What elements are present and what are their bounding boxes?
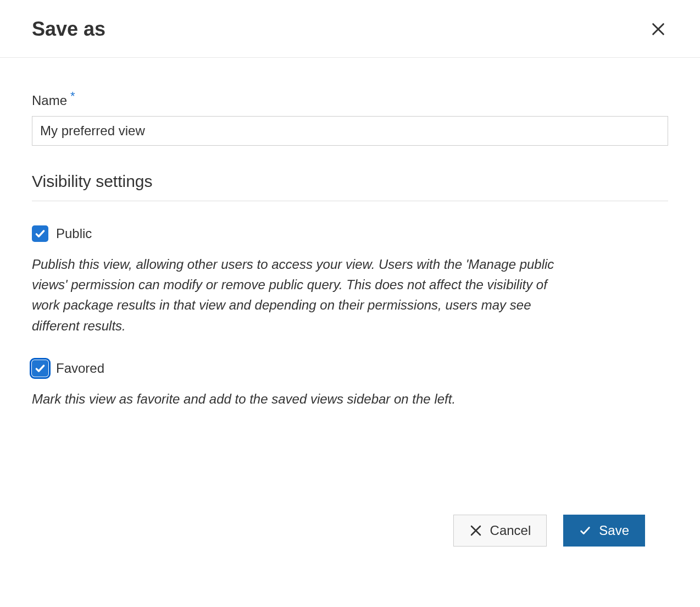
close-button[interactable] (648, 19, 668, 39)
cancel-button-label: Cancel (490, 523, 531, 538)
public-description: Publish this view, allowing other users … (32, 254, 559, 336)
dialog-footer: Cancel Save (453, 515, 645, 547)
check-icon (35, 228, 46, 239)
dialog-title: Save as (32, 18, 105, 41)
save-button[interactable]: Save (563, 515, 645, 547)
visibility-section-title: Visibility settings (32, 172, 668, 201)
public-checkbox-label: Public (56, 226, 92, 241)
dialog-body: Name* Visibility settings Public Publish… (0, 58, 700, 444)
favored-checkbox-label: Favored (56, 361, 104, 376)
check-icon (35, 363, 46, 374)
dialog-header: Save as (0, 0, 700, 58)
close-icon (469, 524, 482, 537)
public-checkbox-row: Public (32, 225, 668, 242)
close-icon (651, 21, 666, 37)
check-icon (579, 525, 591, 537)
name-input[interactable] (32, 116, 668, 146)
favored-checkbox[interactable] (32, 360, 48, 377)
favored-description: Mark this view as favorite and add to th… (32, 389, 559, 409)
name-field-group: Name* (32, 93, 668, 146)
required-mark: * (70, 89, 75, 103)
name-label-text: Name (32, 93, 67, 108)
save-button-label: Save (599, 523, 629, 538)
cancel-button[interactable]: Cancel (453, 515, 547, 547)
public-checkbox[interactable] (32, 225, 48, 242)
name-label: Name* (32, 93, 668, 108)
favored-checkbox-row: Favored (32, 360, 668, 377)
